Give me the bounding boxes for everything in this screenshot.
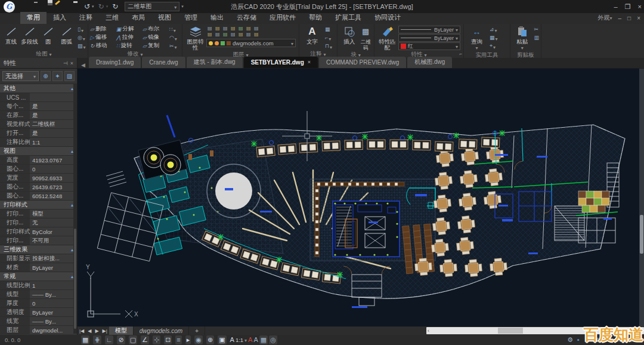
dynamic-ucs-icon[interactable]: ⊡ (164, 335, 172, 344)
document-tab[interactable]: COMMAND PREVIEW.dwg× (319, 57, 406, 68)
draw-tool-button[interactable]: 圆弧 (57, 25, 76, 45)
qr-code-button[interactable]: ▩ 二维码 (359, 25, 372, 51)
save-as-icon[interactable] (59, 3, 67, 11)
doc-restore-icon[interactable]: □ (627, 15, 631, 21)
insert-block-button[interactable]: 插入 (339, 25, 359, 45)
modify-tool-button[interactable]: 移动 (90, 42, 115, 50)
section-header[interactable]: 打印样式▴ (0, 200, 77, 209)
array-tool-icon[interactable]: ∷ (169, 26, 173, 32)
property-value[interactable]: 二维线框 (30, 120, 77, 128)
workspace-dropdown[interactable]: 二维草图 (125, 2, 179, 11)
property-row[interactable]: 注释比例 1:1 (0, 137, 77, 146)
section-header[interactable]: 常规▴ (0, 272, 77, 281)
ribbon-tab[interactable]: 扩展工具 (329, 12, 368, 24)
settings-gear-icon[interactable]: ⚙ (567, 335, 573, 344)
property-row[interactable]: 打印样式 ByColor (0, 227, 77, 236)
property-value[interactable]: 1:1 (30, 138, 77, 146)
ribbon-tab[interactable]: 常用 (20, 12, 47, 24)
modify-tool-button[interactable]: 删除 (90, 25, 115, 33)
selection-cursor-icon[interactable]: ▸ (185, 335, 191, 344)
isodraft-icon[interactable]: ▦ (259, 335, 268, 344)
vertical-scrollbar[interactable] (639, 69, 644, 326)
point-style-icon[interactable]: ⌖ (490, 42, 493, 49)
property-value[interactable]: ByColor (30, 227, 77, 236)
layout-first-icon[interactable]: |◀ (78, 328, 86, 334)
match-properties-button[interactable]: 特性匹配 (376, 25, 398, 51)
property-value[interactable]: 0 (30, 165, 77, 173)
property-value[interactable]: 是 (30, 102, 77, 110)
text-button[interactable]: A 文字 (301, 25, 323, 45)
modify-tool-button[interactable]: 镜像 (143, 33, 168, 41)
scale-caret-icon[interactable] (244, 337, 247, 343)
ribbon-tab[interactable]: 应用软件 (263, 12, 302, 24)
modify-tool-button[interactable]: 偏移 (90, 33, 115, 41)
property-value[interactable]: 0 (30, 299, 77, 307)
section-header[interactable]: 三维效果▴ (0, 245, 77, 254)
undo-icon[interactable]: ↺ (84, 3, 90, 11)
property-value[interactable]: 投射和接... (30, 254, 77, 263)
id-point-icon[interactable]: ⊿ (490, 26, 494, 32)
cloud-sync-icon[interactable]: ▪ (577, 335, 580, 344)
ribbon-tab[interactable]: 管理 (178, 12, 204, 24)
ribbon-tab[interactable]: 帮助 (302, 12, 329, 24)
tab-close-icon[interactable]: × (308, 59, 311, 65)
toggle-pickadd-icon[interactable]: ⊕ (41, 71, 51, 81)
grid-display-icon[interactable]: ▦ (81, 335, 89, 344)
document-tab[interactable]: Drawing1.dwg× (89, 57, 141, 68)
property-row[interactable]: 打印... 模型 (0, 209, 77, 218)
scroll-left-icon[interactable]: ‹ (428, 327, 429, 334)
selection-dropdown[interactable]: 无选择 (2, 71, 39, 81)
property-row[interactable]: 打印... 无 (0, 218, 77, 227)
property-row[interactable]: 打印... 不可用 (0, 236, 77, 245)
property-row[interactable]: 图层 dwgmodel... (0, 325, 77, 334)
annotation-scale-value[interactable]: 1:1 (236, 337, 243, 343)
ribbon-tab[interactable]: 布局 (125, 12, 151, 24)
panel-label-draw[interactable]: 绘图 (36, 50, 47, 58)
property-value[interactable]: ByLayer (30, 308, 77, 316)
annotation-visibility-icon[interactable]: A (248, 335, 252, 344)
app-logo[interactable]: G (0, 0, 18, 13)
rectangle-tool-icon[interactable]: ▯ (78, 26, 80, 32)
layout-tab[interactable]: dwgmodels.com (134, 326, 189, 335)
modify-tool-button[interactable]: 分解 (116, 25, 141, 33)
layout-last-icon[interactable]: ▶| (101, 328, 109, 334)
property-row[interactable]: 线宽 —— By... (0, 316, 77, 325)
snap-mode-icon[interactable]: ⋕ (93, 335, 101, 344)
linetype-dropdown[interactable]: ByLayer (398, 34, 460, 42)
property-value[interactable]: —— By... (30, 317, 77, 325)
property-value[interactable]: 模型 (30, 210, 77, 218)
panel-scrollbar[interactable] (73, 84, 77, 334)
new-file-icon[interactable] (21, 3, 30, 11)
appearance-menu[interactable]: 外观 (598, 14, 612, 22)
tab-scroll-left-icon[interactable]: ◀ (78, 62, 89, 68)
property-row[interactable]: 材质 ByLayer (0, 263, 77, 272)
lineweight-icon[interactable]: ≡ (175, 335, 181, 344)
layout-tab[interactable]: 模型 (109, 326, 134, 335)
property-row[interactable]: UCS ... (0, 93, 77, 101)
minimize-button[interactable]: – (614, 3, 618, 10)
restore-button[interactable]: ❐ (625, 3, 631, 11)
panel-scrollbar-thumb[interactable] (74, 229, 76, 328)
ribbon-tab[interactable]: 三维 (99, 12, 125, 24)
property-row[interactable]: 圆心... 26439.6723 (0, 182, 77, 191)
workspace-switch-icon[interactable]: ↻ (112, 3, 118, 11)
ribbon-tab[interactable]: 输出 (204, 12, 230, 24)
quick-calc-icon[interactable]: ▦ (490, 35, 495, 41)
ribbon-tab[interactable]: 云存储 (230, 12, 263, 24)
document-tab[interactable]: SETBYLAYER.dwg× (244, 57, 318, 68)
vertical-scrollbar-thumb[interactable] (640, 215, 643, 254)
layer-tools-grid[interactable]: ▤▤▤▤▤▤▤ ▤▤▤▤▤▤▤ (208, 26, 295, 38)
ribbon-tab[interactable]: 插入 (47, 12, 73, 24)
property-value[interactable]: 41923.0767 (30, 156, 77, 164)
property-value[interactable]: 不可用 (30, 236, 77, 245)
layout-prev-icon[interactable]: ◀ (86, 328, 93, 334)
draw-tool-button[interactable]: 直线 (2, 25, 20, 45)
undo-dropdown-icon[interactable]: ▾ (92, 4, 94, 9)
ellipse-tool-icon[interactable]: ◎ (78, 35, 82, 41)
property-row[interactable]: 圆心... 60512.5248 (0, 191, 77, 200)
property-row[interactable]: 线型 —— By... (0, 289, 77, 298)
property-value[interactable]: 无 (30, 218, 77, 227)
layout-next-icon[interactable]: ▶ (93, 328, 100, 334)
modify-tool-button[interactable]: 拉伸 (116, 33, 141, 41)
select-objects-icon[interactable]: ✦ (52, 71, 63, 81)
